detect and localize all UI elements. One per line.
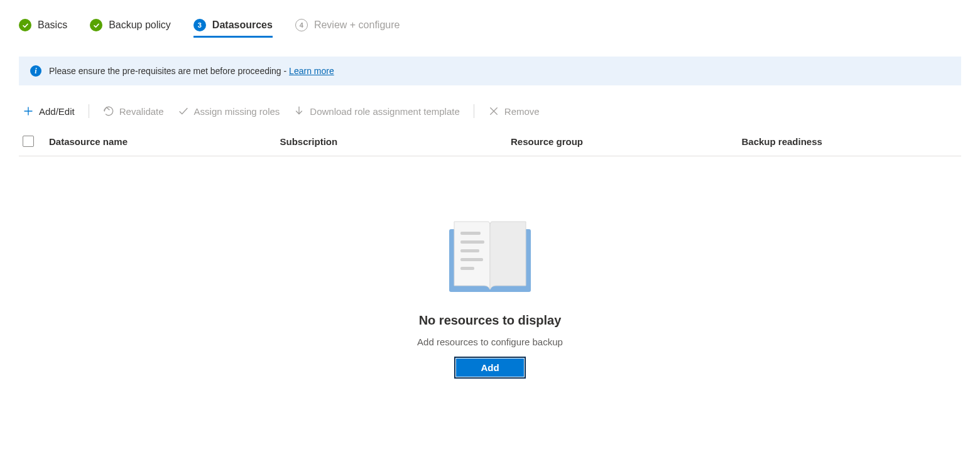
svg-rect-7 [460,240,484,244]
info-message: Please ensure the pre-requisites are met… [49,66,289,76]
step-label: Backup policy [109,19,171,31]
wizard-stepper: Basics Backup policy 3 Datasources 4 Rev… [19,19,961,38]
step-number-icon: 3 [193,19,206,31]
svg-rect-6 [460,232,481,235]
toolbar-separator [474,104,474,118]
learn-more-link[interactable]: Learn more [289,66,334,76]
select-all-checkbox[interactable] [23,136,34,147]
empty-subtitle: Add resources to configure backup [19,337,961,347]
column-header-backup-readiness[interactable]: Backup readiness [742,136,958,147]
download-button: Download role assignment template [293,105,459,117]
refresh-icon [103,105,114,117]
plus-icon [23,105,34,117]
checkmark-icon [178,105,189,117]
toolbar-label: Download role assignment template [310,106,459,117]
book-icon [443,213,537,294]
add-button[interactable]: Add [456,358,523,377]
empty-title: No resources to display [19,313,961,328]
info-banner: i Please ensure the pre-requisites are m… [19,57,961,85]
step-label: Basics [38,19,67,31]
svg-rect-10 [460,267,474,270]
assign-roles-button: Assign missing roles [178,105,280,117]
toolbar: Add/Edit Revalidate Assign missing roles… [19,104,961,118]
check-icon [19,19,31,31]
step-number-icon: 4 [295,19,308,31]
svg-rect-9 [460,258,483,261]
svg-rect-8 [460,249,479,252]
step-label: Review + configure [314,19,400,31]
step-basics[interactable]: Basics [19,19,67,38]
step-review-configure[interactable]: 4 Review + configure [295,19,400,38]
step-label: Datasources [212,19,273,31]
empty-state: No resources to display Add resources to… [19,156,961,377]
revalidate-button: Revalidate [103,105,164,117]
column-header-resource-group[interactable]: Resource group [511,136,727,147]
step-datasources[interactable]: 3 Datasources [193,19,273,38]
step-backup-policy[interactable]: Backup policy [90,19,171,38]
toolbar-label: Add/Edit [39,106,75,117]
download-icon [293,105,305,117]
column-header-datasource-name[interactable]: Datasource name [49,136,265,147]
remove-button: Remove [488,105,540,117]
add-edit-button[interactable]: Add/Edit [23,105,75,117]
info-text: Please ensure the pre-requisites are met… [49,66,334,76]
toolbar-label: Assign missing roles [194,106,280,117]
toolbar-label: Revalidate [119,106,164,117]
column-header-subscription[interactable]: Subscription [280,136,496,147]
check-icon [90,19,102,31]
close-icon [488,105,499,117]
table-header: Datasource name Subscription Resource gr… [19,129,961,156]
info-icon: i [30,65,41,77]
toolbar-label: Remove [504,106,540,117]
toolbar-separator [89,104,89,118]
